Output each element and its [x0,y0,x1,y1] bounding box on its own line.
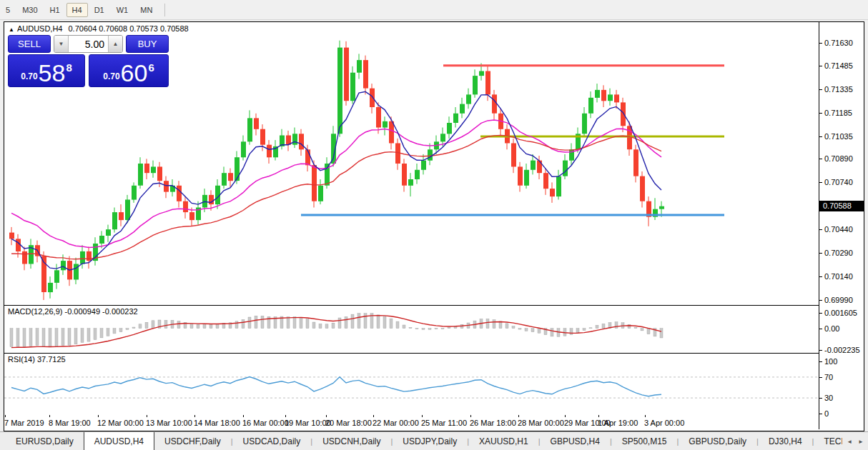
sell-button[interactable]: SELL [8,35,51,53]
timeframe-button-w1[interactable]: W1 [111,3,134,17]
candle-body [157,166,162,181]
candle-body [125,200,130,221]
chart-tab-gbpusd-daily[interactable]: GBPUSD,Daily [679,432,756,450]
macd-histogram-bar [139,324,142,329]
macd-histogram-bar [55,329,58,346]
macd-histogram-bar [100,329,103,338]
axis-tick-text: 0.00 [824,324,839,333]
axis-tick-mark [819,136,822,137]
macd-tick-label: 0.00 [819,324,839,333]
volume-decrease-button[interactable]: ▼ [54,36,69,52]
macd-histogram-bar [242,319,245,328]
chart-tab-usdcnh-daily[interactable]: USDCNH,Daily [312,432,390,450]
rsi-label: RSI(14) 37.7125 [8,355,66,364]
price-tick-label: 0.70290 [819,249,853,257]
macd-histogram-bar [261,316,264,329]
time-tick-mark [98,415,99,417]
macd-histogram-bar [312,322,315,329]
chart-tab-usdchf-daily[interactable]: USDCHF,Daily [154,432,231,450]
macd-histogram-bar [396,321,399,329]
axis-tick-mark [819,43,822,44]
candle-body [99,236,104,244]
candle-body [408,179,413,186]
candle-body [440,134,445,141]
candle-body [383,121,388,128]
timeframe-button-h1[interactable]: H1 [44,3,66,17]
candle-body [511,144,516,167]
macd-histogram-bar [132,327,135,329]
candle-body [189,212,194,220]
macd-histogram-bar [190,324,193,329]
time-tick-label: 25 Mar 11:00 [421,419,467,427]
axis-tick-mark [819,66,822,66]
macd-histogram-bar [538,329,541,334]
candle-body [267,145,272,158]
price-tick-label: 0.70140 [819,272,853,281]
timeframe-button-m30[interactable]: M30 [16,3,43,17]
candle-body [518,166,523,185]
timeframe-button-5[interactable]: 5 [0,3,16,17]
rsi-tick-label: 70 [819,373,833,381]
time-tick-label: 20 Mar 18:00 [325,419,372,427]
macd-histogram-bar [576,329,579,333]
volume-increase-button[interactable]: ▲ [108,36,122,52]
candle-body [260,129,265,145]
macd-histogram-bar [164,320,167,328]
chart-tab-audusd-h4[interactable]: AUDUSD,H4 [84,431,154,450]
timeframe-button-mn[interactable]: MN [134,3,158,17]
candle-body [633,149,638,176]
macd-label: MACD(12,26,9) -0.000949 -0.000232 [8,307,138,316]
buy-price-button[interactable]: 0.70 60 6 [89,54,169,87]
macd-histogram-bar [126,329,129,330]
candle-body [582,114,587,134]
chart-tabbar: EURUSD,DailyAUDUSD,H4USDCHF,Daily|USDCAD… [0,431,868,450]
volume-input[interactable] [69,36,108,52]
sell-price-prefix: 0.70 [21,71,37,81]
time-tick-label: 22 Mar 00:00 [373,419,419,427]
macd-histogram-bar [377,315,380,329]
macd-histogram-bar [660,329,663,338]
macd-histogram-bar [435,329,438,329]
buy-button[interactable]: BUY [126,35,169,53]
tab-scroll-left-button[interactable]: ◄ [847,439,852,445]
macd-histogram-bar [81,329,84,343]
macd-histogram-bar [94,329,97,340]
candle-body [376,107,381,128]
macd-histogram-bar [197,324,199,329]
macd-histogram-bar [338,318,341,329]
candle-body [41,256,46,293]
candle-body [312,165,317,201]
time-tick-mark [243,415,244,417]
chart-tab-usdjpy-daily[interactable]: USDJPY,Daily [393,432,467,450]
current-price-badge: 0.70588 [819,201,864,211]
axis-tick-mark [819,329,822,329]
time-tick-label: 19 Mar 10:00 [285,419,331,427]
rsi-chart[interactable] [4,354,819,415]
price-tick-label: 0.71185 [819,109,852,117]
chart-title: ▲AUDUSD,H40.70604 0.70608 0.70573 0.7058… [9,24,189,33]
macd-histogram-bar [152,321,154,329]
axis-tick-text: -0.002235 [824,346,860,354]
candle-body [16,239,21,251]
time-tick-mark [598,415,599,417]
timeframe-button-h4[interactable]: H4 [66,3,88,17]
timeframe-button-d1[interactable]: D1 [89,3,110,17]
candle-body [389,121,394,144]
candle-body [144,164,149,173]
candle-body [106,229,111,236]
time-tick-mark [326,415,327,417]
tab-scroll-right-button[interactable]: ► [858,439,864,445]
sell-price-button[interactable]: 0.70 58 8 [8,54,85,87]
time-tick-label: 7 Mar 2019 [4,419,44,427]
chart-tab-usdcad-daily[interactable]: USDCAD,Daily [233,432,311,450]
price-tick-label: 0.70890 [819,154,853,163]
macd-histogram-bar [390,319,393,329]
chart-tab-eurusd-daily[interactable]: EURUSD,Daily [6,432,84,450]
candle-body [48,283,53,292]
candle-body [247,118,252,141]
chart-tab-gbpusd-h4[interactable]: GBPUSD,H4 [541,432,610,450]
candle-body [235,157,240,181]
chart-tab-dj30-h4[interactable]: DJ30,H4 [759,432,812,450]
chart-tab-sp500-m15[interactable]: SP500,M15 [612,432,677,450]
chart-tab-xauusd-h1[interactable]: XAUUSD,H1 [469,432,538,450]
